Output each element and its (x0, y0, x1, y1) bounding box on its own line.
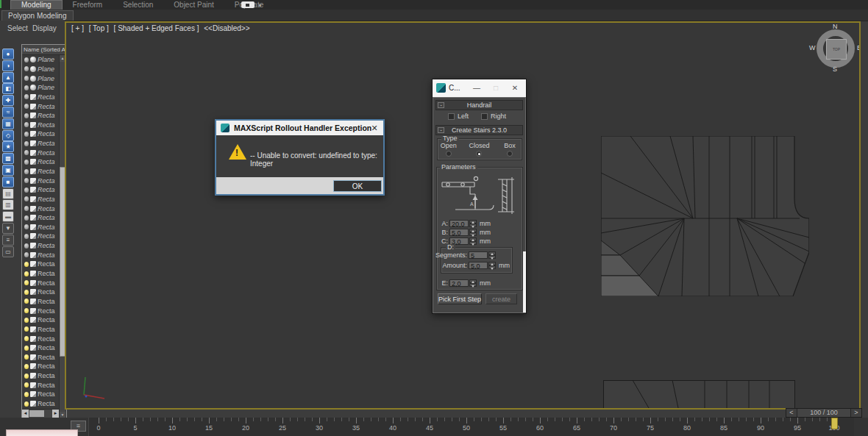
visibility-bulb-icon[interactable] (24, 57, 29, 62)
explorer-row[interactable]: Recta (22, 101, 59, 111)
explorer-row[interactable]: Recta (22, 250, 59, 260)
viewcube-west[interactable]: W (809, 44, 816, 51)
stairs-plan-drawing[interactable] (601, 136, 809, 296)
explorer-row[interactable]: Recta (22, 241, 59, 251)
filter-filter-funnel-icon[interactable]: ▼ (2, 223, 14, 234)
visibility-bulb-icon[interactable] (24, 178, 29, 183)
parameter-value-field[interactable]: 5,0 (469, 262, 488, 269)
filter-materials-icon[interactable]: ▩ (2, 153, 14, 164)
explorer-row[interactable]: Recta (22, 148, 59, 157)
spinner-down-icon[interactable] (488, 265, 496, 269)
frame-next-button[interactable]: > (851, 409, 861, 417)
scroll-right-icon[interactable]: ► (52, 410, 59, 418)
dialog-scrollbar-thumb[interactable] (523, 251, 526, 312)
ribbon-tab-object-paint[interactable]: Object Paint (163, 0, 224, 10)
filter-bones-icon[interactable]: ★ (2, 141, 14, 152)
explorer-row[interactable]: Recta (22, 120, 59, 129)
close-icon[interactable]: ✕ (368, 122, 381, 134)
visibility-bulb-icon[interactable] (24, 160, 29, 165)
ribbon-tab-modeling[interactable]: Modeling (10, 0, 63, 10)
handrail-right-checkbox[interactable] (481, 113, 488, 120)
minimize-icon[interactable]: — (471, 82, 483, 94)
viewcube-north[interactable]: N (833, 23, 838, 30)
spinner-down-icon[interactable] (469, 224, 477, 227)
spinner-control[interactable] (469, 229, 477, 236)
close-icon[interactable]: ✕ (509, 82, 521, 94)
explorer-horizontal-scrollbar[interactable]: ◄ ► (22, 409, 59, 418)
collapse-icon[interactable]: - (438, 102, 444, 108)
stairs-plan-drawing-partial[interactable] (603, 380, 797, 408)
visibility-bulb-icon[interactable] (24, 85, 29, 90)
radio-icon[interactable] (507, 151, 513, 157)
filter-geometry-icon[interactable]: ● (2, 49, 14, 60)
spinner-down-icon[interactable] (469, 283, 477, 287)
visibility-bulb-icon[interactable] (24, 336, 29, 341)
workspace-menu-icon[interactable] (241, 1, 255, 8)
filter-objects-icon[interactable]: ■ (2, 176, 14, 187)
explorer-row[interactable]: Recta (22, 287, 59, 297)
visibility-bulb-icon[interactable] (24, 392, 29, 397)
parameter-value-field[interactable]: 2,0 (449, 279, 469, 287)
radio-icon[interactable] (476, 151, 482, 157)
spinner-down-icon[interactable] (488, 255, 496, 259)
error-dialog-titlebar[interactable]: MAXScript Rollout Handler Exception (216, 121, 383, 135)
pick-first-step-button[interactable]: Pick First Step (438, 293, 482, 304)
type-radio-open[interactable] (433, 151, 464, 158)
parameter-value-field[interactable]: 5,0 (449, 229, 469, 236)
parameter-value-field[interactable]: 20,0 (449, 220, 469, 227)
explorer-row[interactable]: Recta (22, 111, 59, 121)
explorer-row[interactable]: Recta (22, 269, 59, 279)
filter-doc-3-icon[interactable]: ▬ (2, 211, 14, 222)
spinner-down-icon[interactable] (469, 232, 477, 236)
rollout-create-stairs[interactable]: - Create Stairs 2.3.0 (435, 125, 523, 135)
explorer-row[interactable]: Recta (22, 204, 59, 213)
visibility-bulb-icon[interactable] (24, 290, 29, 295)
explorer-row[interactable]: Recta (22, 232, 59, 241)
visibility-bulb-icon[interactable] (24, 224, 29, 229)
filter-spacewarps-icon[interactable]: ≈ (2, 107, 14, 118)
visibility-bulb-icon[interactable] (24, 299, 29, 304)
explorer-row[interactable]: Recta (22, 306, 59, 315)
explorer-row[interactable]: Recta (22, 260, 59, 269)
ok-button[interactable]: OK (333, 180, 382, 192)
collapse-icon[interactable]: - (438, 127, 444, 133)
visibility-bulb-icon[interactable] (24, 132, 29, 137)
time-ruler[interactable]: 0510152025303540455055606570758085909510… (88, 418, 854, 436)
explorer-row[interactable]: Recta (22, 185, 59, 195)
explorer-column-header[interactable]: Name (Sorted Ascen (22, 45, 66, 55)
visibility-bulb-icon[interactable] (24, 271, 29, 276)
explorer-row[interactable]: Recta (22, 195, 59, 204)
explorer-row[interactable]: Recta (22, 213, 59, 223)
explorer-row[interactable]: Recta (22, 334, 59, 343)
explorer-row[interactable]: Recta (22, 362, 59, 371)
explorer-row[interactable]: Plane (22, 55, 59, 65)
explorer-row[interactable]: Recta (22, 139, 59, 149)
visibility-bulb-icon[interactable] (24, 252, 29, 257)
scrollbar-thumb[interactable] (29, 410, 44, 417)
visibility-bulb-icon[interactable] (24, 243, 29, 249)
visibility-bulb-icon[interactable] (24, 354, 29, 360)
explorer-row[interactable]: Plane (22, 83, 59, 93)
visibility-bulb-icon[interactable] (24, 401, 29, 407)
type-radio-closed[interactable] (464, 151, 495, 158)
explorer-row[interactable]: Recta (22, 399, 59, 408)
explorer-row[interactable]: Recta (22, 343, 59, 353)
ribbon-panel-label[interactable]: Polygon Modeling (1, 10, 74, 21)
time-slider[interactable] (831, 418, 838, 429)
visibility-bulb-icon[interactable] (24, 382, 29, 387)
stairs-dialog-titlebar[interactable]: C... — □ ✕ (433, 79, 526, 97)
filter-filter-set-icon[interactable]: ≡ (2, 235, 14, 246)
spinner-down-icon[interactable] (469, 241, 477, 245)
visibility-bulb-icon[interactable] (24, 187, 29, 193)
filter-shapes-icon[interactable]: ◑ (2, 60, 14, 71)
visibility-bulb-icon[interactable] (24, 346, 29, 351)
visibility-bulb-icon[interactable] (24, 150, 29, 155)
visibility-bulb-icon[interactable] (24, 104, 29, 109)
viewport-menu-shading[interactable]: [ Shaded + Edged Faces ] (114, 24, 199, 32)
spinner-control[interactable] (488, 251, 496, 259)
visibility-bulb-icon[interactable] (24, 66, 29, 71)
visibility-bulb-icon[interactable] (24, 280, 29, 285)
filter-doc-1-icon[interactable]: ▤ (2, 188, 14, 199)
maxscript-mini-listener[interactable] (6, 429, 78, 436)
visibility-bulb-icon[interactable] (24, 374, 29, 379)
